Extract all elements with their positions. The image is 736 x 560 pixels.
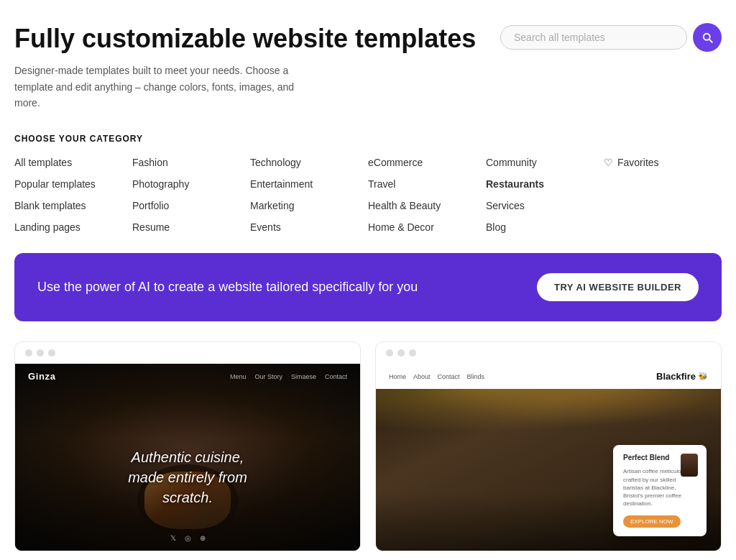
cat-health-beauty[interactable]: Health & Beauty <box>368 200 486 211</box>
info-card-title: Perfect Blend <box>623 454 669 462</box>
templates-grid: Ginza Menu Our Story Simaese Contact Aut… <box>14 341 722 560</box>
ginza-nav: Ginza Menu Our Story Simaese Contact <box>15 364 360 389</box>
cat-fashion[interactable]: Fashion <box>132 157 250 168</box>
header-left: Fully customizable website templates Des… <box>14 23 500 111</box>
category-col-3: Technology Entertainment Marketing Event… <box>250 157 368 233</box>
cat-resume[interactable]: Resume <box>132 221 250 233</box>
cat-travel[interactable]: Travel <box>368 178 486 190</box>
cat-photography[interactable]: Photography <box>132 178 250 190</box>
dot-2 <box>37 349 44 357</box>
page-title: Fully customizable website templates <box>14 23 500 54</box>
preview-blackfire: Home About Contact Blinds Blackfire 🐝 <box>376 364 721 551</box>
nav-contact: Contact <box>438 373 460 380</box>
cat-popular-templates[interactable]: Popular templates <box>14 178 132 190</box>
category-col-4: eCommerce Travel Health & Beauty Home & … <box>368 157 486 233</box>
blackfire-logo-text: Blackfire <box>656 371 696 382</box>
dot-1 <box>25 349 32 357</box>
template-card-blackfire[interactable]: Home About Contact Blinds Blackfire 🐝 <box>375 341 722 551</box>
cat-blog[interactable]: Blog <box>486 221 604 233</box>
cafe-lights <box>376 389 721 432</box>
category-col-1: All templates Popular templates Blank te… <box>14 157 132 233</box>
cat-community[interactable]: Community <box>486 157 604 168</box>
category-grid: All templates Popular templates Blank te… <box>14 157 722 233</box>
ginza-heading-wrapper: Authentic cuisine,made entirely fromscra… <box>15 447 360 508</box>
nav-about: About <box>413 373 431 380</box>
avatar-image <box>681 454 698 477</box>
cat-favorites[interactable]: ♡ Favorites <box>604 157 722 168</box>
cafe-background: Perfect Blend Artisan coffee meticulousl… <box>376 389 721 551</box>
info-card-avatar <box>681 454 698 477</box>
heart-icon: ♡ <box>604 157 613 168</box>
cat-restaurants[interactable]: Restaurants <box>486 178 604 190</box>
card-dots-1 <box>15 342 360 364</box>
ai-builder-button[interactable]: TRY AI WEBSITE BUILDER <box>537 273 699 301</box>
cat-technology[interactable]: Technology <box>250 157 368 168</box>
blackfire-logo: Blackfire 🐝 <box>656 371 708 382</box>
cat-services[interactable]: Services <box>486 200 604 211</box>
cat-home-decor[interactable]: Home & Decor <box>368 221 486 233</box>
category-section: CHOOSE YOUR CATEGORY All templates Popul… <box>14 134 722 233</box>
ginza-logo: Ginza <box>28 371 56 382</box>
twitter-icon: 𝕏 <box>170 534 176 542</box>
info-card-button[interactable]: EXPLORE NOW <box>623 515 681 528</box>
cat-marketing[interactable]: Marketing <box>250 200 368 211</box>
cat-portfolio[interactable]: Portfolio <box>132 200 250 211</box>
cat-all-templates[interactable]: All templates <box>14 157 132 168</box>
card-dots-2 <box>376 342 721 364</box>
template-card-ginza[interactable]: Ginza Menu Our Story Simaese Contact Aut… <box>14 341 361 551</box>
search-box <box>500 25 687 50</box>
dot-6 <box>409 349 416 357</box>
dot-3 <box>48 349 55 357</box>
nav-simaese: Simaese <box>291 373 316 380</box>
search-input[interactable] <box>514 32 673 43</box>
nav-menu: Menu <box>230 373 247 380</box>
blackfire-nav-links: Home About Contact Blinds <box>389 373 484 380</box>
category-col-5: Community Restaurants Services Blog <box>486 157 604 233</box>
ginza-nav-links: Menu Our Story Simaese Contact <box>230 373 347 380</box>
nav-blinds: Blinds <box>467 373 485 380</box>
preview-ginza: Ginza Menu Our Story Simaese Contact Aut… <box>15 364 360 551</box>
dot-4 <box>386 349 393 357</box>
cat-entertainment[interactable]: Entertainment <box>250 178 368 190</box>
info-card: Perfect Blend Artisan coffee meticulousl… <box>613 445 707 536</box>
ai-banner-text: Use the power of AI to create a website … <box>37 280 418 295</box>
category-col-6: ♡ Favorites <box>604 157 722 233</box>
ginza-heading: Authentic cuisine,made entirely fromscra… <box>15 447 360 508</box>
category-col-2: Fashion Photography Portfolio Resume <box>132 157 250 233</box>
cat-landing-pages[interactable]: Landing pages <box>14 221 132 233</box>
blackfire-logo-icon: 🐝 <box>698 372 708 381</box>
search-icon <box>701 31 714 44</box>
ai-banner: Use the power of AI to create a website … <box>14 253 722 321</box>
ginza-social-icons: 𝕏 ◎ ⊕ <box>170 534 206 542</box>
cat-ecommerce[interactable]: eCommerce <box>368 157 486 168</box>
blackfire-nav: Home About Contact Blinds Blackfire 🐝 <box>376 364 721 389</box>
page-subtitle: Designer-made templates built to meet yo… <box>14 63 316 111</box>
category-label: CHOOSE YOUR CATEGORY <box>14 134 722 144</box>
dot-5 <box>397 349 405 357</box>
search-area <box>500 23 722 52</box>
camera-icon: ⊕ <box>200 534 206 542</box>
nav-our-story: Our Story <box>254 373 282 380</box>
header-section: Fully customizable website templates Des… <box>14 23 722 111</box>
nav-contact: Contact <box>325 373 347 380</box>
search-button[interactable] <box>693 23 722 52</box>
cat-blank-templates[interactable]: Blank templates <box>14 200 132 211</box>
nav-home: Home <box>389 373 406 380</box>
instagram-circle-icon: ◎ <box>185 534 191 542</box>
cat-events[interactable]: Events <box>250 221 368 233</box>
